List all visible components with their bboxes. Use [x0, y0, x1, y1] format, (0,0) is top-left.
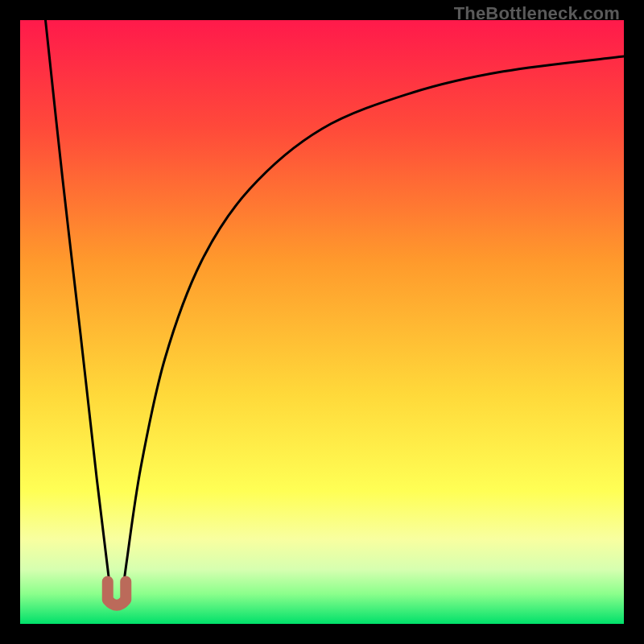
- chart-svg: [20, 20, 624, 624]
- chart-frame: TheBottleneck.com: [0, 0, 644, 644]
- plot-area: [20, 20, 624, 624]
- watermark-text: TheBottleneck.com: [454, 3, 620, 24]
- dip-marker: [108, 582, 126, 605]
- bottleneck-curve: [46, 20, 625, 605]
